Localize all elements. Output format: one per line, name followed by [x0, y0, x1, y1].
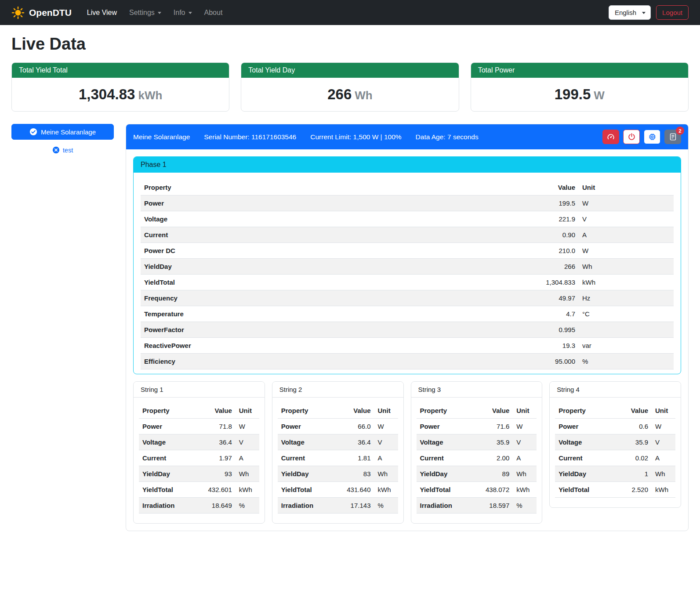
table-row: PowerFactor0.995: [141, 322, 674, 338]
summary-unit: Wh: [355, 89, 372, 102]
value-cell: 2.520: [614, 482, 652, 498]
value-cell: 199.5: [403, 195, 579, 211]
column-value: Value: [337, 403, 374, 419]
inverter-select-button[interactable]: Meine Solaranlage: [11, 124, 114, 140]
logout-button[interactable]: Logout: [656, 5, 689, 20]
check-circle-icon: [29, 128, 37, 136]
property-cell: YieldDay: [555, 466, 614, 482]
unit-cell: V: [236, 434, 259, 450]
nav-live-view[interactable]: Live View: [81, 5, 123, 20]
unit-cell: %: [236, 498, 259, 514]
table-row: YieldTotal431.640kWh: [278, 482, 398, 498]
property-cell: Voltage: [417, 434, 475, 450]
unit-cell: kWh: [652, 482, 675, 498]
summary-cards: Total Yield Total 1,304.83kWh Total Yiel…: [11, 62, 689, 112]
table-row: Irradiation18.649%: [139, 498, 259, 514]
column-property: Property: [278, 403, 337, 419]
value-cell: 2.00: [475, 450, 513, 466]
value-cell: 35.9: [614, 434, 652, 450]
power-button[interactable]: [623, 130, 640, 144]
page-content: Live Data Total Yield Total 1,304.83kWh …: [0, 25, 700, 542]
string-title: String 4: [550, 382, 681, 398]
table-row: Power66.0W: [278, 419, 398, 434]
unit-cell: kWh: [579, 275, 674, 290]
device-info-button[interactable]: [644, 130, 660, 144]
summary-card-title: Total Yield Day: [241, 63, 458, 78]
phase-body: Property Value Unit Power199.5WVoltage22…: [134, 173, 681, 374]
property-cell: YieldTotal: [278, 482, 337, 498]
property-cell: Voltage: [555, 434, 614, 450]
property-cell: YieldDay: [141, 259, 403, 275]
column-value: Value: [198, 403, 236, 419]
unit-cell: A: [513, 450, 537, 466]
value-cell: 83: [337, 466, 374, 482]
summary-card-title: Total Yield Total: [12, 63, 229, 78]
event-log-button[interactable]: 2: [664, 130, 681, 144]
value-cell: 18.649: [198, 498, 236, 514]
column-property: Property: [139, 403, 198, 419]
value-cell: 0.995: [403, 322, 579, 338]
unit-cell: %: [579, 354, 674, 369]
inverter-item-test[interactable]: test: [11, 146, 114, 154]
inverter-serial: Serial Number: 116171603546: [204, 133, 296, 141]
summary-card-total-power: Total Power 199.5W: [471, 62, 689, 112]
table-row: Power DC210.0W: [141, 243, 674, 259]
event-count-badge: 2: [676, 127, 684, 135]
phase-table: Property Value Unit Power199.5WVoltage22…: [141, 180, 674, 369]
column-unit: Unit: [513, 403, 537, 419]
property-cell: Current: [555, 450, 614, 466]
string-title: String 2: [272, 382, 403, 398]
nav-about[interactable]: About: [199, 5, 228, 20]
value-cell: 0.90: [403, 227, 579, 243]
value-cell: 1: [614, 466, 652, 482]
table-row: YieldDay1Wh: [555, 466, 675, 482]
string-card-3: String 3 Property Value Unit: [411, 381, 543, 524]
property-cell: Irradiation: [278, 498, 337, 514]
table-row: YieldTotal1,304.833kWh: [141, 275, 674, 290]
string-body: Property Value Unit Power71.6WVoltage35.…: [411, 398, 542, 523]
value-cell: 95.000: [403, 354, 579, 369]
unit-cell: °C: [579, 306, 674, 322]
string-table: Property Value Unit Power0.6WVoltage35.9…: [555, 403, 675, 498]
main-row: Meine Solaranlage test Meine Solaranlage…: [11, 124, 689, 531]
value-cell: 49.97: [403, 290, 579, 306]
value-cell: 1.81: [337, 450, 374, 466]
table-header-row: Property Value Unit: [417, 403, 537, 419]
gauge-icon: [606, 133, 615, 141]
string-body: Property Value Unit Power71.8WVoltage36.…: [134, 398, 265, 523]
table-row: ReactivePower19.3var: [141, 338, 674, 354]
nav-info[interactable]: Info: [168, 5, 198, 20]
language-select[interactable]: English: [609, 5, 651, 20]
journal-icon: [669, 133, 677, 141]
column-value: Value: [475, 403, 513, 419]
table-header-row: Property Value Unit: [141, 180, 674, 195]
table-row: YieldTotal2.520kWh: [555, 482, 675, 498]
brand[interactable]: OpenDTU: [11, 6, 72, 19]
property-cell: Voltage: [139, 434, 198, 450]
x-circle-icon: [52, 146, 60, 154]
value-cell: 1,304.833: [403, 275, 579, 290]
string-title: String 3: [411, 382, 542, 398]
nav-settings[interactable]: Settings: [123, 5, 167, 20]
unit-cell: W: [374, 419, 398, 434]
unit-cell: V: [579, 211, 674, 227]
property-cell: Power: [417, 419, 475, 434]
string-title: String 1: [134, 382, 265, 398]
property-cell: YieldDay: [278, 466, 337, 482]
table-row: Efficiency95.000%: [141, 354, 674, 369]
column-unit: Unit: [236, 403, 259, 419]
inverter-card-body: Phase 1 Property Value Unit Power199.5WV…: [126, 149, 688, 531]
nav-info-label: Info: [174, 9, 185, 17]
unit-cell: Wh: [513, 466, 537, 482]
table-row: Irradiation18.597%: [417, 498, 537, 514]
value-cell: 431.640: [337, 482, 374, 498]
property-cell: Voltage: [141, 211, 403, 227]
value-cell: 36.4: [337, 434, 374, 450]
table-row: YieldDay266Wh: [141, 259, 674, 275]
table-row: Current1.97A: [139, 450, 259, 466]
limit-settings-button[interactable]: [602, 130, 619, 144]
unit-cell: var: [579, 338, 674, 354]
table-row: Power71.8W: [139, 419, 259, 434]
column-property: Property: [555, 403, 614, 419]
table-row: Current1.81A: [278, 450, 398, 466]
